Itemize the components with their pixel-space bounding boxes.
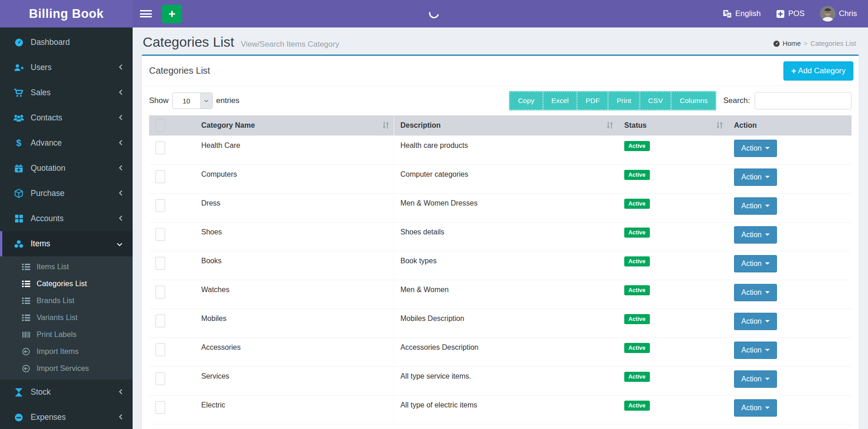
sidebar-subitem-print-labels[interactable]: Print Labels	[0, 326, 133, 343]
brand-logo[interactable]: Billing Book	[0, 0, 133, 27]
action-dropdown-button[interactable]: Action	[734, 370, 777, 388]
search-label: Search:	[723, 96, 750, 105]
categories-table: Category Name Description	[149, 115, 852, 424]
page-size-select[interactable]: 10	[172, 92, 213, 109]
chevron-down-icon	[200, 93, 212, 109]
row-checkbox[interactable]	[155, 199, 165, 212]
row-checkbox[interactable]	[155, 141, 165, 154]
excel-button[interactable]: Excel	[543, 92, 577, 110]
brand-title: Billing Book	[29, 7, 104, 21]
action-dropdown-button[interactable]: Action	[734, 284, 777, 301]
status-badge: Active	[624, 285, 650, 295]
sidebar-item-purchase[interactable]: Purchase	[0, 181, 133, 206]
sidebar-item-quotation[interactable]: Quotation	[0, 156, 133, 181]
breadcrumb-home-link[interactable]: Home	[773, 39, 801, 47]
copy-button[interactable]: Copy	[509, 92, 542, 110]
sidebar-item-dashboard[interactable]: Dashboard	[0, 30, 133, 55]
sidebar-item-label: Quotation	[31, 163, 119, 173]
add-category-button[interactable]: + Add Category	[783, 61, 853, 81]
sidebar-subitem-label: Brands List	[37, 296, 75, 305]
sidebar-toggle-button[interactable]	[140, 9, 152, 18]
sidebar-item-label: Dashboard	[31, 38, 123, 47]
row-checkbox[interactable]	[155, 372, 165, 385]
chevron-left-icon	[119, 189, 123, 198]
sidebar-subitem-label: Items List	[37, 262, 69, 271]
status-badge: Active	[624, 314, 650, 324]
sidebar-item-advance[interactable]: $ Advance	[0, 130, 133, 156]
select-all-checkbox[interactable]	[155, 119, 165, 132]
dashboard-icon	[773, 40, 780, 47]
dollar-icon: $	[13, 138, 24, 148]
row-checkbox[interactable]	[155, 286, 165, 299]
items-submenu: Items List Categories List Brands List	[0, 256, 133, 380]
pos-button[interactable]: POS	[776, 9, 804, 18]
action-dropdown-button[interactable]: Action	[734, 313, 777, 330]
show-label: Show	[149, 96, 169, 105]
sidebar-item-sales[interactable]: Sales	[0, 80, 133, 105]
sidebar-subitem-categories-list[interactable]: Categories List	[0, 275, 133, 292]
sidebar-item-stock[interactable]: Stock	[0, 380, 133, 405]
action-dropdown-button[interactable]: Action	[734, 168, 777, 186]
sidebar-item-expenses[interactable]: Expenses	[0, 405, 133, 429]
sidebar-item-items[interactable]: Items	[0, 231, 133, 256]
user-menu[interactable]: Chris	[820, 6, 857, 22]
import-icon	[21, 364, 31, 373]
category-name-cell: Electric	[195, 395, 394, 424]
toolbar-right: Copy Excel PDF Print CSV Columns Search:	[509, 92, 852, 110]
panel-title: Categories List	[149, 65, 210, 76]
add-category-label: Add Category	[798, 66, 846, 76]
search-input[interactable]	[755, 92, 852, 109]
sidebar-item-accounts[interactable]: Accounts	[0, 206, 133, 231]
sidebar-subitem-label: Import Items	[37, 347, 79, 356]
sidebar-subitem-import-items[interactable]: Import Items	[0, 343, 133, 360]
sidebar-item-users[interactable]: Users	[0, 55, 133, 80]
caret-down-icon	[765, 147, 770, 149]
language-menu[interactable]: A English	[723, 9, 761, 19]
quick-add-button[interactable]: +	[162, 5, 182, 23]
sidebar: Dashboard Users Sales	[0, 27, 133, 429]
language-label: English	[735, 9, 761, 18]
language-icon: A	[723, 9, 732, 19]
description-cell: Computer categories	[394, 164, 618, 193]
column-header-category-name[interactable]: Category Name	[195, 115, 394, 136]
sort-icon	[382, 122, 389, 130]
chevron-down-icon	[117, 239, 123, 249]
action-dropdown-button[interactable]: Action	[734, 399, 777, 417]
sidebar-subitem-import-services[interactable]: Import Services	[0, 360, 133, 377]
navbar-right: A English POS	[723, 6, 868, 22]
action-dropdown-button[interactable]: Action	[734, 197, 777, 215]
cart-icon	[13, 88, 24, 98]
row-checkbox[interactable]	[155, 343, 165, 356]
breadcrumb-separator: >	[804, 39, 808, 47]
action-dropdown-button[interactable]: Action	[734, 226, 777, 244]
row-checkbox[interactable]	[155, 228, 165, 241]
print-button[interactable]: Print	[608, 92, 639, 110]
calendar-plus-icon	[13, 164, 24, 173]
users-icon	[13, 114, 24, 123]
row-checkbox[interactable]	[155, 257, 165, 270]
row-checkbox[interactable]	[155, 170, 165, 183]
column-header-description[interactable]: Description	[394, 115, 618, 136]
column-header-status[interactable]: Status	[618, 115, 728, 136]
sidebar-subitem-variants-list[interactable]: Variants List	[0, 309, 133, 326]
status-badge: Active	[624, 256, 650, 266]
plus-square-icon	[776, 10, 785, 18]
row-checkbox[interactable]	[155, 315, 165, 327]
action-dropdown-button[interactable]: Action	[734, 255, 777, 272]
columns-button[interactable]: Columns	[671, 92, 716, 110]
sidebar-subitem-label: Variants List	[37, 313, 78, 322]
sidebar-item-contacts[interactable]: Contacts	[0, 105, 133, 130]
csv-button[interactable]: CSV	[640, 92, 671, 110]
breadcrumb: Home > Categories List	[773, 39, 856, 47]
action-dropdown-button[interactable]: Action	[734, 140, 777, 157]
table-row: Electric All type of electric items Acti…	[149, 395, 852, 424]
row-checkbox[interactable]	[155, 401, 165, 414]
action-dropdown-button[interactable]: Action	[734, 342, 777, 359]
sidebar-subitem-items-list[interactable]: Items List	[0, 258, 133, 275]
status-badge: Active	[624, 401, 650, 411]
grid-icon	[13, 214, 24, 223]
sidebar-subitem-brands-list[interactable]: Brands List	[0, 292, 133, 309]
pdf-button[interactable]: PDF	[577, 92, 608, 110]
table-toolbar: Show 10 entries Copy Excel PDF Print	[149, 92, 852, 110]
breadcrumb-current: Categories List	[810, 39, 856, 47]
